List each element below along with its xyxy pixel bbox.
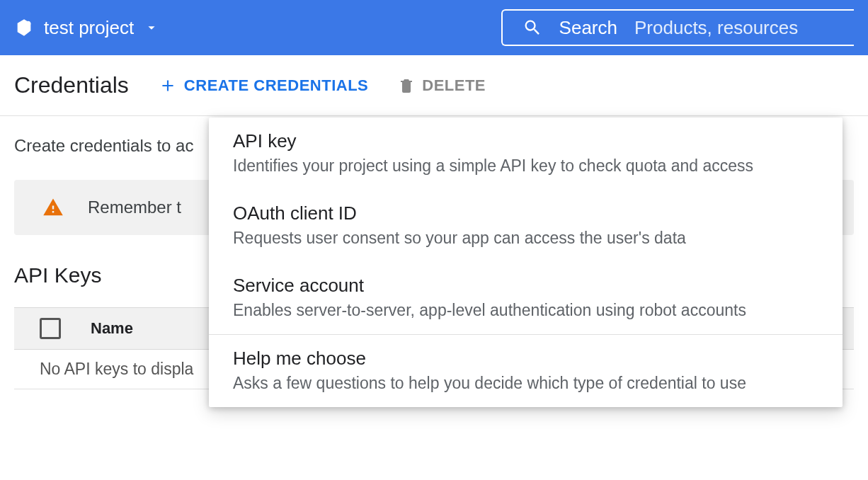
delete-label: DELETE [422,76,486,95]
search-icon [522,18,542,38]
create-credentials-menu: API key Identifies your project using a … [209,118,843,407]
menu-item-desc: Requests user consent so your app can ac… [233,229,818,248]
topbar: test project Search [0,0,868,55]
menu-item-title: Service account [233,275,818,297]
page-title: Credentials [14,72,129,98]
col-name: Name [91,319,133,338]
create-credentials-label: CREATE CREDENTIALS [184,76,368,95]
page-header: Credentials CREATE CREDENTIALS DELETE [0,55,868,116]
hexagon-icon [14,18,34,38]
select-all-checkbox[interactable] [40,318,61,339]
menu-item-help-me-choose[interactable]: Help me choose Asks a few questions to h… [209,335,843,407]
search-label: Search [559,17,617,39]
delete-button[interactable]: DELETE [398,76,486,95]
search-input[interactable] [634,17,840,39]
svg-point-0 [25,21,30,26]
create-credentials-button[interactable]: CREATE CREDENTIALS [159,76,368,95]
trash-icon [398,77,415,94]
project-name: test project [44,17,134,39]
menu-item-api-key[interactable]: API key Identifies your project using a … [209,118,843,190]
project-selector[interactable]: test project [14,17,159,39]
menu-item-desc: Identifies your project using a simple A… [233,156,818,176]
menu-item-title: API key [233,130,818,152]
caret-down-icon [144,20,159,35]
plus-icon [159,76,177,95]
menu-item-title: OAuth client ID [233,202,818,224]
menu-item-title: Help me choose [233,348,818,370]
menu-item-service-account[interactable]: Service account Enables server-to-server… [209,262,843,334]
search-box[interactable]: Search [501,9,854,46]
menu-item-oauth-client[interactable]: OAuth client ID Requests user consent so… [209,190,843,262]
menu-item-desc: Asks a few questions to help you decide … [233,374,818,393]
alert-text: Remember t [88,198,181,217]
menu-item-desc: Enables server-to-server, app-level auth… [233,301,818,320]
warning-icon [42,197,64,218]
